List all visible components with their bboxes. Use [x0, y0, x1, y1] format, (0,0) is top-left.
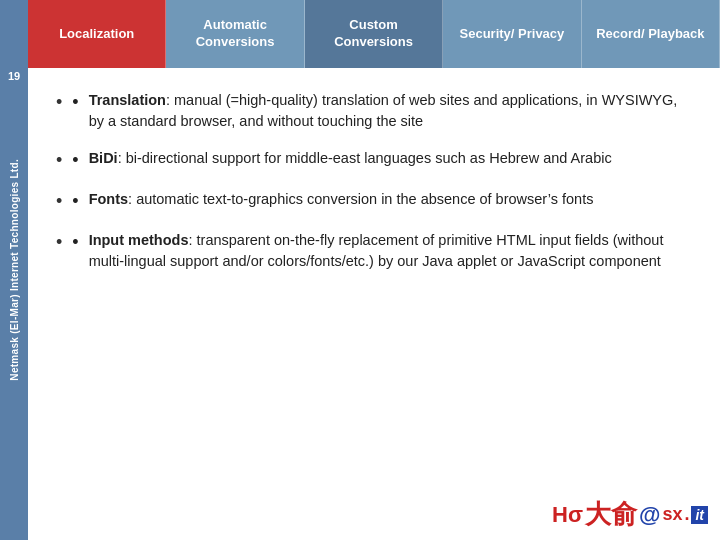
bullet-text-4: Input methods: transparent on-the-fly re… [89, 230, 692, 272]
bottom-logo: Нσ 大俞 @ sx . it [552, 497, 708, 532]
tab-localization-label: Localization [59, 26, 134, 43]
logo-it: it [691, 506, 708, 524]
bullet-dot: • [72, 229, 78, 255]
tab-custom-label: Custom Conversions [319, 17, 428, 51]
slide-number: 19 [4, 68, 24, 84]
company-name: Netmask (El-Mar) Internet Technologies L… [9, 159, 20, 381]
logo-large: 大俞 [585, 497, 637, 532]
bullet-text-3: Fonts: automatic text-to-graphics conver… [89, 189, 594, 210]
bullet-dot: • [72, 147, 78, 173]
list-item: • Translation: manual (=high-quality) tr… [56, 90, 692, 132]
bullet-text-1: Translation: manual (=high-quality) tran… [89, 90, 692, 132]
nav-bar: Localization Automatic Conversions Custo… [28, 0, 720, 68]
tab-security[interactable]: Security/ Privacy [443, 0, 581, 68]
content-area: • Translation: manual (=high-quality) tr… [28, 68, 720, 540]
logo-he: Нσ [552, 502, 583, 528]
bullet-list: • Translation: manual (=high-quality) tr… [56, 90, 692, 272]
tab-custom[interactable]: Custom Conversions [305, 0, 443, 68]
logo-domain: sx [662, 504, 682, 525]
bullet-text-2: BiDi: bi-directional support for middle-… [89, 148, 612, 169]
tab-localization[interactable]: Localization [28, 0, 166, 68]
tab-security-label: Security/ Privacy [460, 26, 565, 43]
bullet-term-1: Translation [89, 92, 166, 108]
tab-record[interactable]: Record/ Playback [582, 0, 720, 68]
slide-container: Netmask (El-Mar) Internet Technologies L… [0, 0, 720, 540]
bullet-dot: • [72, 89, 78, 115]
tab-record-label: Record/ Playback [596, 26, 704, 43]
logo-dot: . [684, 504, 689, 525]
bullet-term-3: Fonts [89, 191, 128, 207]
tab-automatic[interactable]: Automatic Conversions [166, 0, 304, 68]
list-item: • Input methods: transparent on-the-fly … [56, 230, 692, 272]
bullet-dot: • [72, 188, 78, 214]
logo-at: @ [639, 502, 660, 528]
list-item: • BiDi: bi-directional support for middl… [56, 148, 692, 173]
tab-automatic-label: Automatic Conversions [180, 17, 289, 51]
list-item: • Fonts: automatic text-to-graphics conv… [56, 189, 692, 214]
bullet-term-4: Input methods [89, 232, 189, 248]
bullet-term-2: BiDi [89, 150, 118, 166]
